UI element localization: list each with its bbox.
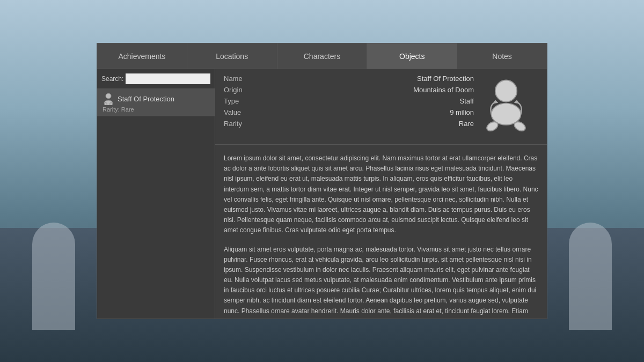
tab-notes[interactable]: Notes (457, 43, 547, 69)
main-panel: Achievements Locations Characters Object… (97, 43, 547, 319)
value-origin: Mountains of Doom (261, 86, 474, 94)
item-person-icon (103, 92, 114, 105)
silhouette-left (32, 223, 75, 330)
tab-objects[interactable]: Objects (367, 43, 457, 69)
svg-point-4 (495, 80, 517, 102)
label-type: Type (224, 97, 261, 105)
description-area[interactable]: Lorem ipsum dolor sit amet, consectetur … (215, 145, 547, 319)
item-rarity: Rarity: Rare (103, 106, 209, 113)
sidebar: Search: Staff Of Protection Rarity: Ra (97, 69, 215, 319)
field-name: Name Staff Of Protection (224, 75, 474, 83)
content-area: Search: Staff Of Protection Rarity: Ra (97, 69, 547, 319)
value-rarity: Rare (261, 120, 474, 128)
svg-point-0 (106, 93, 111, 99)
label-origin: Origin (224, 86, 261, 94)
field-value: Value 9 milion (224, 108, 474, 116)
item-name: Staff Of Protection (118, 95, 174, 103)
svg-marker-9 (514, 100, 519, 104)
value-type: Staff (261, 97, 474, 105)
tab-locations[interactable]: Locations (187, 43, 277, 69)
description-paragraph-1: Lorem ipsum dolor sit amet, consectetur … (224, 153, 538, 236)
search-label: Search: (101, 75, 123, 83)
tab-bar: Achievements Locations Characters Object… (97, 43, 547, 69)
description-paragraph-2: Aliquam sit amet eros vulputate, porta m… (224, 245, 538, 319)
list-item[interactable]: Staff Of Protection Rarity: Rare (97, 89, 215, 116)
detail-panel: Name Staff Of Protection Origin Mountain… (215, 69, 547, 319)
label-name: Name (224, 75, 261, 83)
field-type: Type Staff (224, 97, 474, 105)
value-name: Staff Of Protection (261, 75, 474, 83)
svg-marker-8 (493, 100, 498, 104)
item-icon-row: Staff Of Protection (103, 92, 209, 105)
search-bar: Search: (97, 69, 215, 89)
svg-point-2 (105, 103, 107, 106)
detail-fields: Name Staff Of Protection Origin Mountain… (224, 75, 474, 131)
svg-point-3 (110, 103, 113, 106)
person-svg (479, 77, 533, 136)
silhouette-right (569, 223, 612, 330)
value-value: 9 milion (261, 108, 474, 116)
label-rarity: Rarity (224, 120, 261, 128)
search-input[interactable] (126, 73, 210, 84)
label-value: Value (224, 108, 261, 116)
detail-header: Name Staff Of Protection Origin Mountain… (215, 69, 547, 145)
tab-characters[interactable]: Characters (277, 43, 368, 69)
detail-person-icon (474, 75, 538, 139)
tab-achievements[interactable]: Achievements (97, 43, 187, 69)
field-rarity: Rarity Rare (224, 120, 474, 128)
sidebar-list: Staff Of Protection Rarity: Rare (97, 89, 215, 319)
field-origin: Origin Mountains of Doom (224, 86, 474, 94)
